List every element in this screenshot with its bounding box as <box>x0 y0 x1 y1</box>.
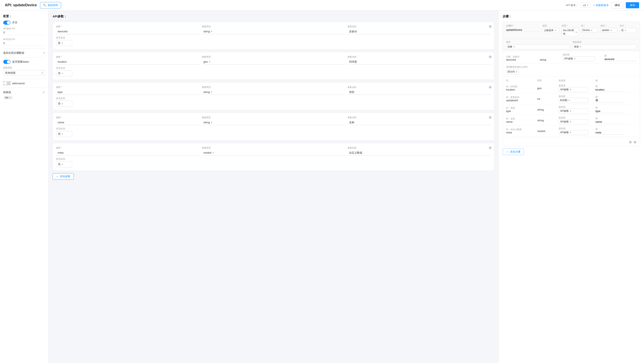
add-step-button[interactable]: ＋ 添加步骤 <box>502 149 524 155</box>
col-source-select[interactable]: 时间戳 ▼ <box>559 98 588 103</box>
chevron-down-icon: ▼ <box>516 71 518 73</box>
param-type-select[interactable]: geo ▼ <box>202 59 345 64</box>
param-label: 参数 * <box>56 55 200 58</box>
main-key-value-input[interactable] <box>604 57 636 61</box>
chevron-down-icon: ▼ <box>570 131 572 134</box>
param-type-select[interactable]: string ▼ <box>202 120 345 125</box>
add-param-button[interactable]: ＋ 添加参数 <box>52 173 74 180</box>
with-user-id-toggle[interactable] <box>3 81 10 85</box>
step-table-select[interactable]: Device ▼ <box>581 28 598 32</box>
param-type-select[interactable]: string ▼ <box>202 89 345 95</box>
select-data-select[interactable]: 部分列 ▼ <box>506 69 519 74</box>
api-version-label: API 版本： <box>566 3 579 7</box>
step-update-type-select[interactable]: 更新 ▼ <box>572 44 637 49</box>
col-name-cell: 列：更新时间 updatedAt <box>506 96 536 102</box>
param-name-input[interactable] <box>56 29 200 34</box>
param-display-name-input[interactable] <box>348 120 491 125</box>
required-select[interactable]: 否 ▼ <box>56 161 72 167</box>
param-cards: ⊗ 参数 * 参数类型 string ▼ 参数名称 <box>52 22 494 171</box>
save-button[interactable]: 保存 <box>626 2 639 8</box>
chevron-down-icon: ▼ <box>513 46 515 48</box>
step-parallel-select[interactable]: 否 ▼ <box>620 28 636 33</box>
step-type-select[interactable]: 云数据库 ▼ <box>542 28 559 33</box>
col-source-select[interactable]: API参数 ▼ <box>559 119 588 124</box>
delete-param-icon[interactable]: ⊗ <box>489 145 492 150</box>
permission-type-dropdown[interactable]: 简单权限 ▼ <box>3 70 45 76</box>
param-display-name-input[interactable] <box>348 59 491 64</box>
param-type-field: 参数类型 nested ▼ <box>202 146 345 155</box>
create-version-button[interactable]: + 创建新版本 <box>594 3 609 7</box>
main-key-source-select[interactable]: API参数 ▼ <box>563 56 595 61</box>
tag-close-icon[interactable]: × <box>9 96 11 99</box>
param-name-input[interactable] <box>56 59 200 64</box>
step-header: 步骤ID * 类型 云数据库 ▼ 应用 * lbs:LBS系统 <box>503 22 640 39</box>
delete-param-icon[interactable]: ⊗ <box>489 85 492 89</box>
col-source-select[interactable]: API参数 ▼ <box>559 130 588 135</box>
col-row-5: 列：自定义数据 meta nested 值来源 API参数 ▼ 值 <box>506 126 636 136</box>
step-action-select[interactable]: update ▼ <box>600 28 617 32</box>
lbs-tag: lbs × <box>3 96 13 99</box>
step-condition-select[interactable]: 忽略 ▼ <box>506 44 570 49</box>
col-source-select[interactable]: API参数 ▼ <box>559 108 588 114</box>
col-source-select[interactable]: API参数 ▼ <box>559 87 588 92</box>
step-app-field: 应用 * lbs:LBS系统 ▼ <box>562 24 578 36</box>
version-select[interactable]: v1 ▼ <box>581 3 591 8</box>
param-type-select[interactable]: string ▼ <box>202 29 345 34</box>
quanxianzu-label: 权限组 <box>3 90 11 94</box>
required-select[interactable]: 是 ▼ <box>56 40 72 46</box>
col-value-input[interactable] <box>596 98 625 102</box>
param-display-name-input[interactable] <box>348 29 491 34</box>
step-card: 步骤ID * 类型 云数据库 ▼ 应用 * lbs:LBS系统 <box>502 22 640 146</box>
col-value-input[interactable] <box>596 109 625 113</box>
delete-param-icon[interactable]: ⊗ <box>489 24 492 29</box>
chevron-down-icon: ▼ <box>43 52 45 54</box>
delete-param-icon[interactable]: ⊗ <box>489 115 492 120</box>
chevron-down-icon: ▼ <box>575 31 577 33</box>
col-row-2: 列：更新时间 updatedAt int 值来源 时间戳 ▼ 值 <box>506 94 636 104</box>
required-select[interactable]: 否 ▼ <box>56 101 72 107</box>
test-button[interactable]: 调试 <box>611 2 623 8</box>
need-token-label: 是否需要token <box>12 60 29 64</box>
main-key-key: deviceId <box>506 58 538 61</box>
add-column-icon[interactable]: ⊕ <box>629 140 632 144</box>
api-price-value: 3 <box>3 42 45 46</box>
delete-param-icon[interactable]: ⊗ <box>489 54 492 59</box>
required-select[interactable]: 否 ▼ <box>56 131 72 137</box>
middle-panel: API参数： ⊗ 参数 * 参数类型 string ▼ 参数名称 <box>48 10 498 363</box>
permission-type-item: 权限类型 简单权限 ▼ <box>3 66 45 76</box>
param-display-name-input[interactable] <box>348 89 491 95</box>
col-name-cell: 列：经纬度 location <box>506 85 536 91</box>
step-app-select[interactable]: lbs:LBS系统 ▼ <box>562 28 578 36</box>
required-select[interactable]: 否 ▼ <box>56 70 72 76</box>
main-key-left: 主键：设备ID deviceId <box>506 55 538 61</box>
return-all-row[interactable]: 返回全部步骤数据 ▼ <box>3 51 45 55</box>
param-name-input[interactable] <box>56 120 200 125</box>
switch-label: 开关 <box>12 21 18 24</box>
api-version-item: API版本.RU 3 <box>3 27 45 35</box>
param-display-name-field: 参数名称 <box>348 86 491 95</box>
switch-toggle[interactable] <box>3 21 10 25</box>
param-main-row: 参数 * 参数类型 string ▼ 参数名称 <box>56 25 491 34</box>
param-name-input[interactable] <box>56 89 200 95</box>
col-value-input[interactable] <box>596 120 625 124</box>
param-name-input[interactable] <box>56 150 200 155</box>
chevron-down-icon: ▼ <box>570 110 572 112</box>
page: API: updateDevice ✏️ 基础资料 API 版本： v1 ▼ +… <box>0 0 644 363</box>
param-type-select[interactable]: nested ▼ <box>202 150 345 155</box>
param-name-label: 参数名称 <box>348 55 491 58</box>
col-value-input[interactable] <box>596 131 625 135</box>
col-type-cell: int <box>537 97 557 100</box>
col-value-input[interactable] <box>596 88 625 92</box>
permission-type-label: 权限类型 <box>3 66 45 69</box>
step-id-input[interactable] <box>506 28 540 32</box>
param-display-name-input[interactable] <box>348 150 491 155</box>
param-card-1: ⊗ 参数 * 参数类型 string ▼ 参数名称 <box>52 22 494 49</box>
basic-info-button[interactable]: ✏️ 基础资料 <box>40 2 61 8</box>
col-row-4: 列：名称 name string 值来源 API参数 ▼ 值 <box>506 115 636 126</box>
param-label: 参数 * <box>56 116 200 119</box>
need-token-toggle[interactable] <box>3 60 10 64</box>
delete-step-icon[interactable]: ⊗ <box>634 140 636 144</box>
col-name-cell: 列：类型 type <box>506 106 536 113</box>
step-footer: ⊕ ⊗ <box>503 138 640 146</box>
select-data-label: 选择数据列(默认全部) <box>506 65 636 68</box>
